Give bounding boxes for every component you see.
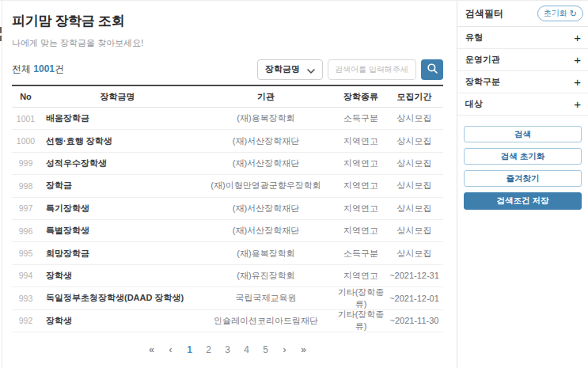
- column-header-no: No: [12, 92, 40, 101]
- cell-no: 998: [12, 181, 40, 191]
- search-icon: [427, 63, 438, 77]
- cell-period: 상시모집: [385, 112, 443, 124]
- filter-section-label: 유형: [465, 32, 483, 44]
- cell-period: ~2021-12-31: [385, 271, 443, 280]
- refresh-icon: ↻: [570, 9, 577, 18]
- main-content: 피기맘 장학금 조회 나에게 맞는 장학금을 찾아보세요! 전체 1001건 장…: [0, 1, 457, 368]
- cell-period: 상시모집: [385, 248, 443, 260]
- filter-section-organization[interactable]: 운영기관 +: [457, 49, 588, 71]
- column-header-type: 장학종류: [336, 91, 385, 103]
- filter-header: 검색필터 초기화 ↻: [457, 1, 588, 27]
- filter-section-target[interactable]: 대상 +: [457, 93, 588, 116]
- cell-type: 지역연고: [336, 157, 385, 169]
- cell-type: 지역연고: [336, 225, 385, 237]
- cell-type: 지역연고: [336, 180, 385, 192]
- filter-section-label: 장학구분: [465, 76, 500, 88]
- pagination-page-5[interactable]: 5: [260, 342, 271, 358]
- cell-no: 1000: [12, 136, 40, 146]
- filter-sidebar: 검색필터 초기화 ↻ 유형 + 운영기관 + 장학구분 + 대상 + 검색 검색…: [457, 1, 588, 368]
- table-row[interactable]: 1000선행·효행 장학생(재)서산장학재단지역연고상시모집: [12, 130, 443, 152]
- table-header-row: No 장학금명 기관 장학종류 모집기간: [12, 85, 443, 108]
- filter-section-type[interactable]: 유형 +: [457, 27, 588, 49]
- cell-no: 997: [12, 203, 40, 213]
- table-row[interactable]: 1001배움장학금(재)용복장학회소득구분상시모집: [12, 108, 443, 130]
- pagination-next[interactable]: ›: [279, 342, 290, 358]
- pagination-page-3[interactable]: 3: [222, 342, 233, 358]
- scholarship-table: No 장학금명 기관 장학종류 모집기간 1001배움장학금(재)용복장학회소득…: [12, 85, 443, 332]
- search-controls: 장학금명: [257, 59, 443, 80]
- cell-type: 소득구분: [336, 248, 385, 260]
- cell-name: 희망장학금: [40, 248, 195, 260]
- pagination-prev[interactable]: ‹: [165, 342, 176, 358]
- total-count-label: 전체 1001건: [12, 63, 64, 76]
- plus-icon: +: [574, 76, 581, 88]
- cell-period: 상시모집: [385, 225, 443, 237]
- table-row[interactable]: 993독일정부초청장학생(DAAD 장학생)국립국제교육원기타(장학종류)~20…: [12, 287, 443, 309]
- table-row[interactable]: 997특기장학생(재)서산장학재단지역연고상시모집: [12, 198, 443, 220]
- cell-no: 995: [12, 248, 40, 258]
- filter-reset-button[interactable]: 초기화 ↻: [537, 6, 583, 21]
- cell-no: 994: [12, 271, 40, 280]
- cell-org: (재)유진장학회: [195, 270, 336, 282]
- cell-no: 1001: [12, 114, 40, 123]
- pagination-last[interactable]: »: [298, 342, 309, 358]
- page-title: 피기맘 장학금 조회: [12, 12, 451, 30]
- table-row[interactable]: 996특별장학생(재)서산장학재단지역연고상시모집: [12, 220, 443, 242]
- search-field-dropdown[interactable]: 장학금명: [257, 59, 323, 80]
- search-action-button[interactable]: 검색: [464, 126, 582, 142]
- table-body: 1001배움장학금(재)용복장학회소득구분상시모집1000선행·효행 장학생(재…: [12, 108, 443, 332]
- total-count-value: 1001: [33, 63, 55, 74]
- pagination-first[interactable]: «: [146, 342, 157, 358]
- table-row[interactable]: 994장학생(재)유진장학회지역연고~2021-12-31: [12, 265, 443, 287]
- favorites-button[interactable]: 즐겨찾기: [464, 170, 582, 187]
- search-button[interactable]: [421, 59, 443, 80]
- filter-actions: 검색 검색 초기화 즐겨찾기 검색조건 저장: [457, 126, 588, 210]
- cell-org: (재)서산장학재단: [195, 203, 336, 214]
- cell-org: 국립국제교육원: [195, 292, 336, 304]
- cell-period: 상시모집: [385, 157, 443, 169]
- plus-icon: +: [574, 32, 581, 44]
- search-reset-button[interactable]: 검색 초기화: [464, 148, 582, 165]
- cell-name: 장학생: [40, 315, 195, 327]
- search-input[interactable]: [328, 59, 416, 80]
- filter-title: 검색필터: [465, 7, 503, 21]
- filter-section-category[interactable]: 장학구분 +: [457, 71, 588, 93]
- pagination-page-1[interactable]: 1: [184, 342, 195, 358]
- cell-name: 특기장학생: [40, 203, 195, 214]
- table-row[interactable]: 998장학금(재)이형만영광군향우장학회지역연고상시모집: [12, 175, 443, 197]
- chevron-down-icon: [307, 63, 315, 77]
- filter-reset-label: 초기화: [544, 8, 567, 19]
- pagination-page-4[interactable]: 4: [241, 342, 252, 358]
- column-header-name: 장학금명: [40, 91, 195, 103]
- cell-org: (재)서산장학재단: [195, 135, 336, 147]
- save-search-conditions-button[interactable]: 검색조건 저장: [464, 192, 582, 210]
- table-row[interactable]: 995희망장학금(재)용복장학회소득구분상시모집: [12, 242, 443, 264]
- cell-no: 992: [12, 316, 40, 325]
- scholarship-search-page: 피기맘 장학금 조회 나에게 맞는 장학금을 찾아보세요! 전체 1001건 장…: [0, 0, 588, 368]
- table-row[interactable]: 999성적우수장학생(재)서산장학재단지역연고상시모집: [12, 153, 443, 175]
- pagination: « ‹ 1 2 3 4 5 › »: [12, 342, 443, 358]
- search-field-dropdown-value: 장학금명: [265, 63, 300, 75]
- cell-name: 장학생: [40, 270, 195, 282]
- cell-type: 기타(장학종류): [336, 286, 385, 310]
- cell-period: 상시모집: [385, 180, 443, 192]
- cell-org: (재)용복장학회: [195, 248, 336, 260]
- cell-type: 지역연고: [336, 270, 385, 282]
- cell-type: 소득구분: [336, 112, 385, 124]
- page-subtitle: 나에게 맞는 장학금을 찾아보세요!: [12, 37, 451, 49]
- cell-type: 기타(장학종류): [336, 309, 385, 332]
- cell-no: 999: [12, 158, 40, 168]
- cell-name: 특별장학생: [40, 225, 195, 237]
- cell-no: 993: [12, 294, 40, 303]
- cell-org: (재)용복장학회: [195, 112, 336, 124]
- cell-name: 독일정부초청장학생(DAAD 장학생): [40, 292, 195, 304]
- table-row[interactable]: 992장학생인슐레이션코리아드림재단기타(장학종류)~2021-11-30: [12, 310, 443, 332]
- cell-period: 상시모집: [385, 135, 443, 147]
- cell-name: 성적우수장학생: [40, 157, 195, 169]
- cell-org: 인슐레이션코리아드림재단: [195, 315, 336, 327]
- plus-icon: +: [574, 54, 581, 66]
- cell-name: 배움장학금: [40, 112, 195, 124]
- pagination-page-2[interactable]: 2: [203, 342, 214, 358]
- plus-icon: +: [574, 98, 581, 110]
- cell-org: (재)서산장학재단: [195, 157, 336, 169]
